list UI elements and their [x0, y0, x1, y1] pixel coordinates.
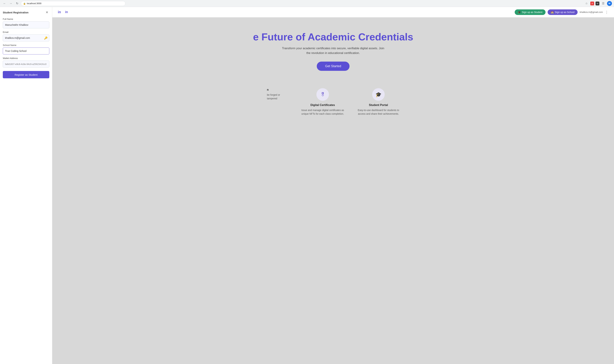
school-name-label: School Name: [3, 44, 49, 46]
email-label: Email: [3, 31, 49, 33]
school-name-group: School Name: [3, 44, 49, 54]
feature-card-digital-certs: 🎖 Digital Certificates Issue and manage …: [300, 88, 345, 116]
browser-chrome: ← → ↻ 🔒 localhost:3000 ☆ A M ☰ M: [0, 0, 614, 7]
wallet-group: Wallet Address: [3, 57, 49, 67]
extensions-button[interactable]: ☰: [601, 1, 606, 6]
panel-header: Student Registration ✕: [3, 11, 49, 14]
features-section: n be forged or tampered 🎖 Digital Certif…: [52, 81, 614, 126]
email-input[interactable]: [3, 34, 49, 41]
register-button[interactable]: Register as Student: [3, 71, 49, 78]
digital-cert-icon-wrap: 🎖: [316, 88, 329, 101]
signup-school-label: Sign up as School: [555, 11, 574, 13]
full-name-input[interactable]: [3, 21, 49, 28]
feature-card-student-portal: 🎓 Student Portal Easy-to-use dashboard f…: [356, 88, 401, 116]
signup-student-label: Sign up as Student: [522, 11, 542, 13]
main-content: in in 🎓 Sign up as Student 🏫 Sign up as …: [52, 7, 614, 364]
blockchain-feature-desc: be forged or tampered: [267, 93, 290, 100]
back-button[interactable]: ←: [2, 1, 7, 6]
email-key-icon: 🔑: [44, 36, 48, 40]
digital-certs-desc: Issue and manage digital certificates as…: [300, 108, 345, 116]
navbar-signin-text: in: [65, 10, 68, 14]
email-group: Email 🔑: [3, 31, 49, 41]
extension-btn-2[interactable]: M: [596, 1, 599, 5]
hero-title: e Future of Academic Credentials: [66, 31, 600, 42]
navbar-right: 🎓 Sign up as Student 🏫 Sign up as School…: [515, 9, 608, 15]
full-name-group: Full Name: [3, 18, 49, 28]
extension-btn-1[interactable]: A: [590, 1, 594, 5]
full-name-label: Full Name: [3, 18, 49, 20]
close-button[interactable]: ✕: [45, 11, 49, 14]
navbar: in in 🎓 Sign up as Student 🏫 Sign up as …: [52, 7, 614, 17]
email-input-wrapper: 🔑: [3, 34, 49, 41]
panel-title: Student Registration: [3, 11, 28, 14]
wallet-label: Wallet Address: [3, 57, 49, 60]
navbar-left: in in: [58, 10, 68, 14]
registration-panel: Student Registration ✕ Full Name Email 🔑…: [0, 7, 52, 364]
blockchain-feature-title: n: [267, 88, 290, 91]
school-name-input[interactable]: [3, 48, 49, 54]
digital-certs-title: Digital Certificates: [300, 104, 345, 107]
school-icon: 🏫: [551, 11, 554, 13]
signup-school-button[interactable]: 🏫 Sign up as School: [548, 9, 578, 15]
forward-button[interactable]: →: [8, 1, 13, 6]
award-icon: 🎖: [320, 92, 325, 97]
hero-section: e Future of Academic Credentials Transfo…: [52, 17, 614, 81]
get-started-button[interactable]: Get Started: [317, 62, 349, 71]
student-portal-title: Student Portal: [356, 104, 401, 107]
browser-actions: ☆ A M ☰ M: [584, 1, 612, 6]
page-wrapper: Student Registration ✕ Full Name Email 🔑…: [0, 7, 614, 364]
student-portal-desc: Easy-to-use dashboard for students to ac…: [356, 108, 401, 116]
wallet-input[interactable]: [3, 61, 49, 67]
reload-button[interactable]: ↻: [15, 1, 19, 6]
lock-icon: 🔒: [23, 2, 26, 5]
feature-card-blockchain: n be forged or tampered: [265, 88, 290, 116]
hero-subtitle: Transform your academic certificates int…: [281, 46, 385, 55]
profile-button[interactable]: M: [607, 1, 612, 6]
url-text: localhost:3000: [27, 2, 42, 5]
navbar-logo: in: [58, 10, 61, 14]
menu-dots-button[interactable]: ⋮: [605, 11, 608, 14]
student-portal-icon-wrap: 🎓: [372, 88, 385, 101]
graduation-cap-icon: 🎓: [376, 92, 382, 97]
user-email-text: khalikov.m@gmail.com: [580, 11, 603, 13]
student-icon: 🎓: [518, 11, 521, 13]
signup-student-button[interactable]: 🎓 Sign up as Student: [515, 9, 545, 15]
star-button[interactable]: ☆: [584, 1, 589, 6]
address-bar[interactable]: 🔒 localhost:3000: [21, 1, 126, 6]
